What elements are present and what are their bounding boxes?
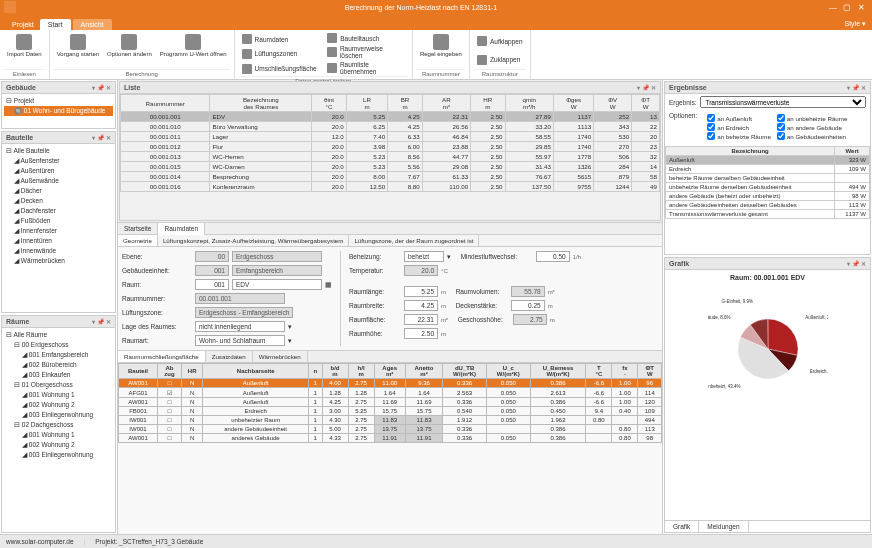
raeume-item[interactable]: ◢ 001 Emfangsbereich — [4, 350, 113, 360]
bauteile-item[interactable]: ◢ Decken — [4, 196, 113, 206]
mlw-input[interactable]: 0.50 — [536, 251, 570, 262]
bauteile-item[interactable]: ⊟ Alle Bauteile — [4, 146, 113, 156]
raeume-item[interactable]: ◢ 003 Einliegerwohnung — [4, 450, 113, 460]
raeume-item[interactable]: ◢ 003 Einkaufen — [4, 370, 113, 380]
lueftungszonen-button[interactable]: Lüftungszonen — [239, 48, 323, 60]
raumhoehe-input[interactable]: 2.50 — [404, 328, 438, 339]
bauteile-item[interactable]: ◢ Wärmebrücken — [4, 256, 113, 266]
subtab-lueftung[interactable]: Lüftungskonzept, Zusatz-Aufheizleistung,… — [158, 235, 350, 246]
bauteil-row[interactable]: IW001□Nandere Gebäudeeinheit15.002.7513.… — [119, 425, 662, 434]
raeume-item[interactable]: ◢ 002 Wohnung 2 — [4, 400, 113, 410]
liste-row[interactable]: 00.001.010Büro Verwaltung20.06.254.2526.… — [121, 122, 660, 132]
ergebnis-row[interactable]: unbeheizte Räume derselben Gebäudeeinhei… — [666, 183, 870, 192]
maximize-button[interactable]: ▢ — [840, 1, 854, 13]
bauteile-item[interactable]: ◢ Außentüren — [4, 166, 113, 176]
ergebnis-row[interactable]: Transmissionswärmeverluste gesamt1137 W — [666, 210, 870, 219]
ergebnis-row[interactable]: andere Gebäude (beheizt oder unbeheizt)9… — [666, 192, 870, 201]
chk-beheizte[interactable]: an beheizte Räume — [707, 132, 771, 140]
liste-table[interactable]: RaumnummerBezeichnungdes Raumesθint°CLRm… — [120, 94, 660, 192]
aufklappen-button[interactable]: Aufklappen — [474, 35, 526, 47]
tab-projekt[interactable]: Projekt — [6, 19, 40, 30]
panel-close-icon[interactable]: 📌 — [97, 84, 104, 91]
raeume-group[interactable]: ⊟ 02 Dachgeschoss — [4, 420, 113, 430]
raumflaeche-input[interactable]: 22.31 — [404, 314, 438, 325]
ergebnis-table[interactable]: BezeichnungWertAußenluft323 WErdreich109… — [665, 146, 870, 219]
subtab-zone[interactable]: Lüftungszone, der der Raum zugeordnet is… — [349, 235, 479, 246]
chk-erdreich[interactable]: an Erdreich — [707, 123, 771, 131]
raum-picker-button[interactable]: ▦ — [325, 281, 332, 289]
bauteile-item[interactable]: ◢ Dächer — [4, 186, 113, 196]
zuklappen-button[interactable]: Zuklappen — [474, 54, 526, 66]
raeume-item[interactable]: ◢ 003 Einliegerwohnung — [4, 410, 113, 420]
beheizung-select[interactable]: beheizt — [404, 251, 444, 262]
tree-building-1[interactable]: 🔘 01 Wohn- und Bürogebäude — [4, 106, 113, 116]
bauteil-row[interactable]: IW001□Nunbeheizter Raum14.302.7511.8311.… — [119, 416, 662, 425]
liste-row[interactable]: 00.001.016Konferenzraum20.012.508.80110.… — [121, 182, 660, 192]
vorgang-starten-button[interactable]: Vorgang starten — [54, 32, 102, 69]
umschliessungsflaeche-button[interactable]: Umschließungsfläche — [239, 63, 323, 75]
ergebnis-row[interactable]: Erdreich109 W — [666, 165, 870, 174]
bauteil-row[interactable]: FB001□NErdreich13.005.2515.7515.750.5400… — [119, 407, 662, 416]
raumdaten-button[interactable]: Raumdaten — [239, 33, 323, 45]
chk-unbeheizte[interactable]: an unbeheizte Räume — [777, 114, 848, 122]
chk-aussenluft[interactable]: an Außenluft — [707, 114, 771, 122]
bauteil-table[interactable]: BauteilAbzugHRNachbarseitenb/dmh/lmAgesm… — [118, 363, 662, 443]
raeume-group[interactable]: ⊟ 00 Erdgeschoss — [4, 340, 113, 350]
tree-projekt[interactable]: ⊟ Projekt — [4, 96, 113, 106]
bauteile-item[interactable]: ◢ Innenwände — [4, 246, 113, 256]
ergebnis-row[interactable]: beheizte Räume derselben Gebäudeeinheit — [666, 174, 870, 183]
panel-pin-icon[interactable]: ▾ — [92, 84, 95, 91]
bauteil-row[interactable]: AFG01☑NAußenluft11.281.281.641.642.5630.… — [119, 388, 662, 398]
raumliste-uebernehmen-button[interactable]: Raumliste übernehmen — [324, 60, 408, 76]
bauteil-row[interactable]: AW001□Nanderes Gebäude14.332.7511.9111.9… — [119, 434, 662, 443]
bauteile-item[interactable]: ◢ Innentüren — [4, 236, 113, 246]
bauteil-row[interactable]: AW001□NAußenluft14.252.7511.6911.690.336… — [119, 398, 662, 407]
btab-zusatzdaten[interactable]: Zusatzdaten — [206, 351, 253, 362]
liste-row[interactable]: 00.001.001EDV20.05.254.2522.312.5027.891… — [121, 112, 660, 122]
bauteile-item[interactable]: ◢ Innenfenster — [4, 226, 113, 236]
raeume-item[interactable]: ◢ 002 Bürobereich — [4, 360, 113, 370]
chk-geb-einheiten[interactable]: an Gebäudeeinheiten — [777, 132, 848, 140]
tab-ansicht[interactable]: Ansicht — [73, 19, 112, 30]
bauteile-item[interactable]: ◢ Außenwände — [4, 176, 113, 186]
minimize-button[interactable]: — — [826, 1, 840, 13]
raumlaenge-input[interactable]: 5.25 — [404, 286, 438, 297]
btab-umschliessungsflaeche[interactable]: Raumumschließungsfläche — [118, 351, 206, 362]
ergebnis-select[interactable]: Transmissionswärmeverluste — [700, 96, 866, 108]
btab-waermebruecken[interactable]: Wärmebrücken — [253, 351, 308, 362]
uwert-button[interactable]: Programm U-Wert öffnen — [157, 32, 230, 69]
raeume-group[interactable]: ⊟ 01 Obergeschoss — [4, 380, 113, 390]
liste-row[interactable]: 00.001.013WC-Herren20.05.238.5644.772.50… — [121, 152, 660, 162]
bauteil-row[interactable]: AW001□NAußenluft14.002.7511.009.360.3360… — [119, 379, 662, 388]
liste-row[interactable]: 00.001.015WC-Damen20.05.235.5629.082.503… — [121, 162, 660, 172]
import-daten-button[interactable]: Import Daten — [4, 32, 45, 69]
bauteile-item[interactable]: ◢ Fußböden — [4, 216, 113, 226]
bauteile-item[interactable]: ◢ Außenfenster — [4, 156, 113, 166]
subtab-geometrie[interactable]: Geometrie — [118, 235, 158, 246]
chk-andere-geb[interactable]: an andere Gebäude — [777, 123, 848, 131]
close-button[interactable]: ✕ — [854, 1, 868, 13]
dtab-startseite[interactable]: Startseite — [118, 223, 158, 234]
ergebnis-row[interactable]: andere Gebäudeeinheiten desselben Gebäud… — [666, 201, 870, 210]
regel-eingeben-button[interactable]: Regel eingeben — [417, 32, 465, 69]
raeume-item[interactable]: ◢ 001 Wohnung 1 — [4, 390, 113, 400]
tab-start[interactable]: Start — [40, 19, 71, 30]
raumbreite-input[interactable]: 4.25 — [404, 300, 438, 311]
raeume-root[interactable]: ⊟ Alle Räume — [4, 330, 113, 340]
raumverweise-loeschen-button[interactable]: Raumverweise löschen — [324, 44, 408, 60]
lage-select[interactable]: nicht innenliegend — [195, 321, 285, 332]
dtab-raumdaten[interactable]: Raumdaten — [158, 223, 205, 235]
raeume-item[interactable]: ◢ 001 Wohnung 1 — [4, 430, 113, 440]
raum-name-input[interactable]: EDV — [232, 279, 322, 290]
liste-row[interactable]: 00.001.011Lager12.07.406.3346.842.5058.5… — [121, 132, 660, 142]
style-dropdown[interactable]: Style ▾ — [838, 18, 872, 30]
optionen-button[interactable]: Optionen ändern — [104, 32, 155, 69]
raum-code-input[interactable]: 001 — [195, 279, 229, 290]
graf-tab-grafik[interactable]: Grafik — [665, 521, 699, 532]
ergebnis-row[interactable]: Außenluft323 W — [666, 156, 870, 165]
liste-row[interactable]: 00.001.014Besprechung20.08.007.6761.332.… — [121, 172, 660, 182]
liste-row[interactable]: 00.001.012Flur20.03.986.0023.882.5029.85… — [121, 142, 660, 152]
graf-tab-meldungen[interactable]: Meldungen — [699, 521, 748, 532]
raumart-select[interactable]: Wohn- und Schlafraum — [195, 335, 285, 346]
raeume-item[interactable]: ◢ 002 Wohnung 2 — [4, 440, 113, 450]
